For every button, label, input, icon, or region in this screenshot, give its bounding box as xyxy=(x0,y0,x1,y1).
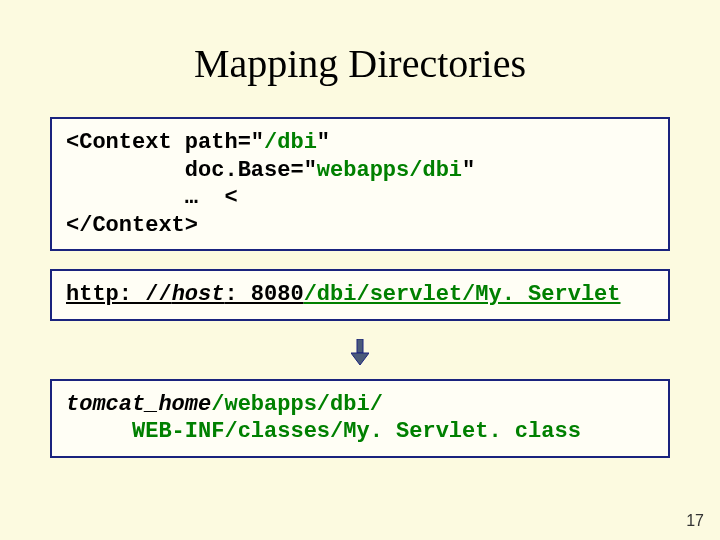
svg-rect-0 xyxy=(357,339,363,353)
code-box-url: http: //host: 8080/dbi/servlet/My. Servl… xyxy=(50,269,670,321)
url-text: : 8080 xyxy=(224,282,303,307)
code-text: <Context path=" xyxy=(66,130,264,155)
code-highlight: /dbi xyxy=(264,130,317,155)
code-text: doc.Base=" xyxy=(66,158,317,183)
code-text: … < xyxy=(66,185,238,210)
path-var: tomcat_home xyxy=(66,392,211,417)
url-text: http: // xyxy=(66,282,172,307)
down-arrow-icon xyxy=(40,339,680,369)
slide: Mapping Directories <Context path="/dbi"… xyxy=(0,0,720,540)
svg-marker-1 xyxy=(351,353,369,365)
code-text: " xyxy=(317,130,330,155)
code-box-path: tomcat_home/webapps/dbi/ WEB-INF/classes… xyxy=(50,379,670,458)
path-highlight: /webapps/dbi/ xyxy=(211,392,383,417)
code-highlight: webapps/dbi xyxy=(317,158,462,183)
url-host: host xyxy=(172,282,225,307)
code-text: </Context> xyxy=(66,213,198,238)
slide-title: Mapping Directories xyxy=(40,40,680,87)
code-text: " xyxy=(462,158,475,183)
code-box-context: <Context path="/dbi" doc.Base="webapps/d… xyxy=(50,117,670,251)
path-highlight: WEB-INF/classes/My. Servlet. class xyxy=(66,419,581,444)
page-number: 17 xyxy=(686,512,704,530)
url-path-highlight: /dbi/servlet/My. Servlet xyxy=(304,282,621,307)
